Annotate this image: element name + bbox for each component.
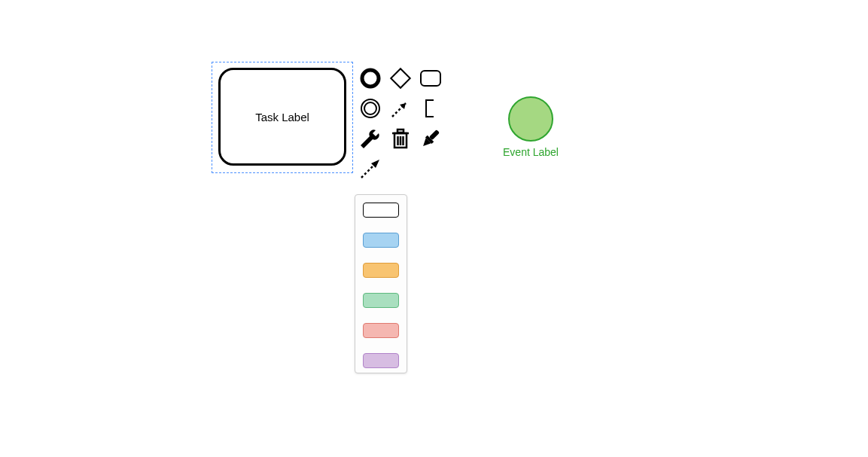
- wrench-icon[interactable]: [357, 125, 384, 152]
- context-pad: [357, 65, 444, 182]
- svg-point-4: [364, 102, 376, 114]
- diagram-canvas[interactable]: Task Label Event Label: [0, 0, 868, 457]
- color-swatch[interactable]: [363, 293, 399, 308]
- task-node[interactable]: Task Label: [218, 68, 346, 166]
- svg-line-16: [361, 164, 375, 178]
- svg-marker-6: [400, 103, 406, 109]
- color-picker-popup: [355, 194, 407, 373]
- color-picker-icon[interactable]: [417, 125, 444, 152]
- svg-rect-9: [397, 129, 404, 133]
- task-label: Task Label: [255, 111, 309, 123]
- gateway-icon[interactable]: [387, 65, 414, 92]
- color-swatch[interactable]: [363, 233, 399, 248]
- color-swatch[interactable]: [363, 353, 399, 368]
- svg-rect-2: [421, 71, 440, 86]
- text-annotation-icon[interactable]: [417, 95, 444, 122]
- connect-arrow-icon[interactable]: [357, 155, 384, 182]
- color-swatch[interactable]: [363, 203, 399, 218]
- event-label: Event Label: [493, 146, 568, 158]
- connect-annotation-icon[interactable]: [387, 95, 414, 122]
- start-event-icon[interactable]: [357, 65, 384, 92]
- color-swatch[interactable]: [363, 323, 399, 338]
- end-event-icon[interactable]: [357, 95, 384, 122]
- event-node[interactable]: [508, 96, 553, 142]
- svg-rect-1: [391, 69, 410, 87]
- task-icon[interactable]: [417, 65, 444, 92]
- color-swatch[interactable]: [363, 263, 399, 278]
- trash-icon[interactable]: [387, 125, 414, 152]
- svg-point-0: [362, 70, 379, 87]
